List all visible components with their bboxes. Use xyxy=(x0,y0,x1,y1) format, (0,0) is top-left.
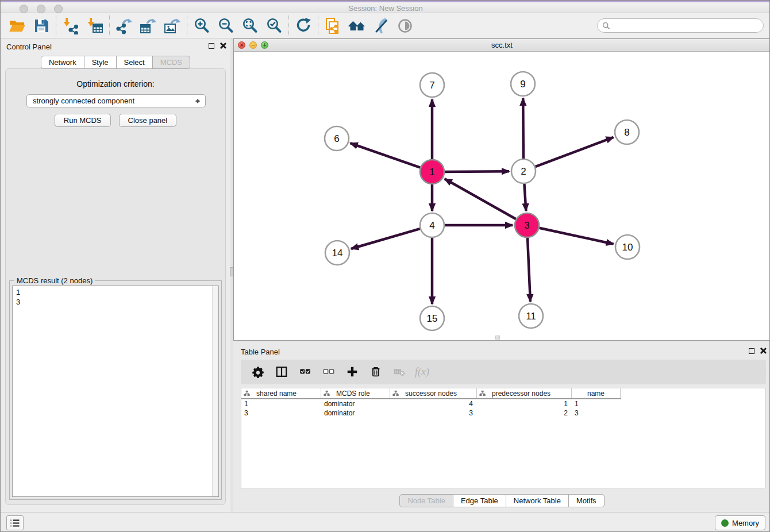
cell-shared-name[interactable]: 1 xyxy=(241,399,321,408)
cell-shared-name[interactable]: 3 xyxy=(241,408,321,418)
run-mcds-button[interactable]: Run MCDS xyxy=(55,114,111,127)
memory-button[interactable]: Memory xyxy=(715,515,765,530)
import-network-icon[interactable] xyxy=(59,16,83,36)
delete-column-icon[interactable] xyxy=(368,364,384,380)
column-header-name[interactable]: name xyxy=(572,388,621,398)
cell-successor-nodes[interactable]: 3 xyxy=(390,408,477,418)
edge-1-2[interactable] xyxy=(445,171,509,172)
float-table-panel-icon[interactable] xyxy=(749,348,754,354)
tab-network[interactable]: Network xyxy=(41,56,84,69)
window-titlebar: Session: New Session xyxy=(1,1,770,13)
svg-text:10: 10 xyxy=(622,242,633,253)
graph-node-10[interactable]: 10 xyxy=(615,235,640,259)
select-all-icon[interactable] xyxy=(297,364,313,380)
result-scrollbar[interactable] xyxy=(212,286,218,496)
graph-node-14[interactable]: 14 xyxy=(325,241,349,265)
close-table-panel-icon[interactable] xyxy=(760,348,766,354)
cell-successor-nodes[interactable]: 4 xyxy=(390,399,477,408)
close-panel-icon[interactable] xyxy=(220,43,226,49)
graph-node-9[interactable]: 9 xyxy=(511,72,535,96)
homes-icon[interactable] xyxy=(345,16,369,36)
zoom-fit-icon[interactable] xyxy=(238,16,262,36)
zoom-out-icon[interactable] xyxy=(214,16,238,36)
graph-node-2[interactable]: 2 xyxy=(511,159,536,183)
graph-node-7[interactable]: 7 xyxy=(420,73,444,97)
graph-node-1[interactable]: 1 xyxy=(420,160,444,184)
edge-2-9[interactable] xyxy=(523,98,523,159)
refresh-icon[interactable] xyxy=(291,16,315,36)
cell-predecessor-nodes[interactable]: 2 xyxy=(477,408,572,418)
dropdown-stepper-icon xyxy=(194,96,201,106)
edge-3-1[interactable] xyxy=(445,179,516,219)
svg-text:4: 4 xyxy=(429,220,434,231)
tab-style[interactable]: Style xyxy=(84,56,117,69)
network-window-titlebar[interactable]: × − + scc.txt xyxy=(234,39,770,52)
show-eye-icon[interactable] xyxy=(393,16,417,36)
import-table-icon[interactable] xyxy=(83,16,107,36)
graph-node-15[interactable]: 15 xyxy=(420,306,444,330)
float-panel-icon[interactable] xyxy=(209,43,214,49)
export-network-icon[interactable] xyxy=(112,16,136,36)
settings-gear-icon[interactable] xyxy=(250,364,266,380)
search-input[interactable] xyxy=(610,20,763,32)
column-header-predecessor-nodes[interactable]: predecessor nodes xyxy=(477,388,572,398)
column-header-successor-nodes[interactable]: successor nodes xyxy=(390,388,477,398)
edge-3-11[interactable] xyxy=(528,238,530,302)
window-title: Session: New Session xyxy=(1,4,770,13)
svg-text:9: 9 xyxy=(520,79,525,90)
cell-name[interactable]: 1 xyxy=(572,399,621,408)
deselect-all-icon[interactable] xyxy=(321,364,337,380)
edge-2-8[interactable] xyxy=(536,137,614,167)
edge-4-14[interactable] xyxy=(351,229,420,249)
cell-name[interactable]: 3 xyxy=(572,408,621,418)
column-layout-icon[interactable] xyxy=(274,364,290,380)
save-icon[interactable] xyxy=(29,16,53,36)
column-header-MCDS-role[interactable]: MCDS role xyxy=(321,388,390,398)
node-table[interactable]: shared name MCDS role successor nodes pr… xyxy=(241,388,766,488)
task-history-button[interactable] xyxy=(6,515,24,530)
network-graph-canvas[interactable]: 7 9 6 8 1 2 4 3 14 10 15 11 xyxy=(234,52,770,340)
duplicate-network-icon[interactable] xyxy=(321,16,345,36)
tab-edge-table[interactable]: Edge Table xyxy=(453,494,506,507)
table-row-2[interactable]: 3dominator323 xyxy=(241,408,765,418)
graph-node-8[interactable]: 8 xyxy=(615,120,639,144)
tab-node-table[interactable]: Node Table xyxy=(399,494,453,507)
cell-MCDS-role[interactable]: dominator xyxy=(321,408,390,418)
optimization-criterion-dropdown[interactable]: strongly connected component xyxy=(26,94,206,107)
mcds-result-title: MCDS result (2 nodes) xyxy=(14,276,95,285)
hide-style-icon[interactable] xyxy=(369,16,393,36)
tab-motifs[interactable]: Motifs xyxy=(569,494,605,507)
table-row-1[interactable]: 1dominator411 xyxy=(241,399,765,408)
graph-node-4[interactable]: 4 xyxy=(420,213,444,237)
tab-select[interactable]: Select xyxy=(117,56,153,69)
export-image-icon[interactable] xyxy=(160,16,184,36)
mcds-result-textarea[interactable]: 1 3 xyxy=(12,286,219,497)
edge-2-3[interactable] xyxy=(524,184,526,211)
graph-node-3[interactable]: 3 xyxy=(515,213,539,237)
add-column-icon[interactable] xyxy=(344,364,360,380)
hierarchy-icon xyxy=(479,390,486,396)
zoom-in-icon[interactable] xyxy=(190,16,214,36)
edge-1-6[interactable] xyxy=(351,143,421,168)
zoom-selected-icon[interactable] xyxy=(262,16,286,36)
tab-network-table[interactable]: Network Table xyxy=(506,494,569,507)
edge-3-10[interactable] xyxy=(540,228,614,244)
tab-mcds[interactable]: MCDS xyxy=(153,56,190,69)
close-panel-button[interactable]: Close panel xyxy=(119,114,177,127)
cell-predecessor-nodes[interactable]: 1 xyxy=(477,399,572,408)
memory-label: Memory xyxy=(732,519,759,527)
export-table-icon[interactable] xyxy=(136,16,160,36)
column-header-shared-name[interactable]: shared name xyxy=(241,388,321,398)
memory-status-icon xyxy=(721,519,729,527)
mcds-result-values: 1 3 xyxy=(16,287,218,307)
cell-MCDS-role[interactable]: dominator xyxy=(321,399,390,408)
open-folder-icon[interactable] xyxy=(5,16,29,36)
graph-node-11[interactable]: 11 xyxy=(519,304,543,328)
table-toolbar: f(x) xyxy=(241,360,766,384)
graph-node-6[interactable]: 6 xyxy=(325,126,349,151)
table-panel-tabs: Node TableEdge TableNetwork TableMotifs xyxy=(233,494,770,507)
canvas-splitter-handle[interactable] xyxy=(495,336,500,340)
delete-table-icon xyxy=(391,364,407,380)
control-panel-title: Control Panel xyxy=(6,43,52,51)
search-field[interactable] xyxy=(597,18,764,33)
